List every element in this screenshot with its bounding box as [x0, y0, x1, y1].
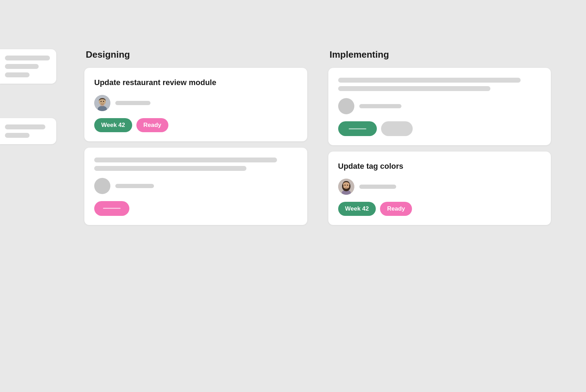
column-header-implementing: Implementing: [328, 49, 551, 60]
card-tags-skeleton-implementing: [338, 121, 541, 136]
card-meta-tagcolors: [338, 179, 541, 195]
tag-gray-skeleton-impl: [381, 121, 413, 136]
card-tags-tagcolors: Week 42 Ready: [338, 202, 541, 216]
tag-green-skeleton-impl: [338, 121, 377, 136]
tag-week42-tagcolors[interactable]: Week 42: [338, 202, 376, 216]
svg-point-11: [347, 185, 348, 186]
svg-point-4: [103, 101, 104, 102]
tag-week42-restaurant[interactable]: Week 42: [94, 118, 132, 132]
card-meta-skeleton-designing: [94, 178, 297, 194]
skeleton-line: [5, 56, 50, 60]
card-tags-skeleton-designing: [94, 201, 297, 216]
tag-pink-skeleton: [94, 201, 129, 216]
skeleton-title-line-2: [94, 166, 246, 171]
skeleton-line: [5, 124, 45, 129]
svg-point-12: [346, 186, 347, 186]
avatar-placeholder-implementing: [338, 98, 354, 114]
tag-ready-tagcolors[interactable]: Ready: [380, 202, 412, 216]
skeleton-line: [5, 133, 30, 138]
skeleton-title-line-1: [94, 158, 277, 162]
tag-ready-restaurant[interactable]: Ready: [136, 118, 168, 132]
avatar-male: [94, 95, 110, 111]
meta-bar-skeleton-designing: [115, 184, 154, 188]
tag-inner-line: [103, 208, 121, 209]
card-update-tag-colors[interactable]: Update tag colors: [328, 152, 551, 225]
skeleton-line: [5, 72, 30, 77]
tag-inner-line-green: [349, 128, 366, 129]
column-implementing: Implementing: [328, 49, 551, 225]
meta-bar-tagcolors: [359, 185, 396, 189]
card-skeleton-designing[interactable]: [84, 148, 307, 225]
column-designing: Designing Update restaurant review modul…: [84, 49, 307, 225]
skeleton-title-line-impl-2: [338, 86, 490, 91]
card-title-restaurant: Update restaurant review module: [94, 78, 297, 88]
avatar-placeholder-designing: [94, 178, 110, 194]
sidebar-card-2: [0, 118, 56, 144]
card-skeleton-implementing[interactable]: [328, 68, 551, 145]
card-meta-skeleton-implementing: [338, 98, 541, 114]
skeleton-title-line-impl-1: [338, 78, 521, 83]
cards-container-implementing: Update tag colors: [328, 68, 551, 225]
svg-point-3: [101, 101, 102, 102]
card-meta-restaurant: [94, 95, 297, 111]
card-update-restaurant[interactable]: Update restaurant review module: [84, 68, 307, 141]
card-title-tagcolors: Update tag colors: [338, 161, 541, 172]
sidebar-cards: [0, 49, 56, 144]
meta-bar-restaurant: [115, 101, 150, 105]
svg-point-5: [102, 102, 103, 103]
sidebar-card-1: [0, 49, 56, 84]
board: Designing Update restaurant review modul…: [14, 21, 572, 253]
avatar-female: [338, 179, 354, 195]
skeleton-line: [5, 64, 39, 69]
meta-bar-skeleton-implementing: [359, 104, 401, 108]
card-tags-restaurant: Week 42 Ready: [94, 118, 297, 132]
column-header-designing: Designing: [84, 49, 307, 60]
svg-point-10: [344, 185, 346, 186]
cards-container-designing: Update restaurant review module: [84, 68, 307, 225]
